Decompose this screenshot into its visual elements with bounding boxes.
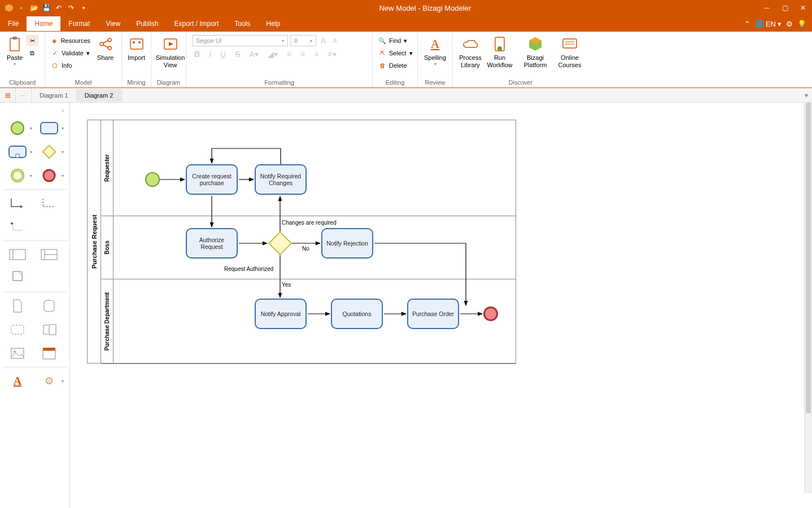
palette-milestone[interactable] [3, 268, 32, 288]
menu-view[interactable]: View [98, 16, 128, 31]
bold-button[interactable]: B [192, 50, 202, 59]
open-icon[interactable]: 📂 [29, 3, 38, 12]
palette-association[interactable] [3, 217, 32, 237]
vertical-scrollbar[interactable] [804, 103, 812, 493]
end-event[interactable] [483, 306, 498, 321]
align-vertical-button[interactable]: ≡▾ [325, 50, 338, 59]
settings-icon[interactable]: ⚙ [786, 20, 793, 28]
lane-purchase-dept[interactable]: Purchase Department Notify Approval Quot… [101, 279, 516, 364]
resources-button[interactable]: ◈Resources [49, 35, 93, 46]
find-button[interactable]: 🔍Find ▾ [376, 35, 415, 46]
close-button[interactable]: ✕ [794, 0, 812, 16]
delete-button[interactable]: 🗑Delete [376, 60, 415, 71]
grow-font-icon[interactable]: A [318, 36, 328, 45]
menu-export-import[interactable]: Export / Import [167, 16, 227, 31]
task-notify-approval[interactable]: Notify Approval [255, 299, 307, 329]
validate-button[interactable]: ✓Validate ▾ [49, 47, 93, 59]
menu-tools[interactable]: Tools [226, 16, 258, 31]
palette-intermediate-event[interactable]: ▾ [3, 165, 32, 186]
menu-help[interactable]: Help [258, 16, 288, 31]
spelling-button[interactable]: A Spelling ▾ [421, 34, 449, 69]
align-right-button[interactable]: ≡ [312, 50, 321, 59]
italic-button[interactable]: I [207, 50, 213, 59]
app-icon[interactable] [5, 3, 14, 12]
collapse-ribbon-icon[interactable]: ⌃ [744, 20, 750, 28]
task-purchase-order[interactable]: Purchase Order [407, 299, 459, 329]
palette-collapse-icon[interactable]: ‹ [2, 106, 67, 115]
process-library-button[interactable]: Process Library [456, 34, 484, 71]
menu-publish[interactable]: Publish [128, 16, 166, 31]
task-notify-changes[interactable]: Notify Required Changes [255, 164, 307, 195]
help-tip-icon[interactable]: 💡 [797, 20, 806, 28]
palette-task[interactable]: ▾ [35, 118, 63, 138]
lane-requester[interactable]: Requester Create request purchase Notify… [101, 120, 516, 216]
share-button[interactable]: Share [93, 34, 118, 64]
paste-button[interactable]: Paste ▾ [3, 34, 26, 69]
maximize-button[interactable]: ▢ [776, 0, 794, 16]
tab-options-icon[interactable]: ▾ [801, 91, 812, 99]
import-button[interactable]: Import [125, 34, 147, 64]
task-notify-rejection[interactable]: Notify Rejection [321, 228, 373, 259]
palette-sequence-flow[interactable] [3, 193, 32, 213]
cut-button[interactable]: ✂ [26, 35, 38, 46]
palette-text[interactable]: A [3, 371, 32, 391]
lane-label-requester[interactable]: Requester [101, 120, 113, 216]
element-view-icon[interactable]: ⊞ [0, 88, 16, 103]
underline-button[interactable]: U [218, 50, 228, 59]
font-color-button[interactable]: A▾ [247, 50, 260, 59]
strike-button[interactable]: S [233, 50, 242, 59]
tab-diagram-1[interactable]: Diagram 1 [32, 89, 77, 102]
palette-header[interactable] [35, 343, 63, 364]
palette-pool[interactable] [3, 244, 32, 265]
lane-label-boss[interactable]: Boss [101, 216, 113, 279]
palette-image[interactable] [3, 343, 32, 364]
pool-label[interactable]: Purchase Request [88, 120, 101, 363]
minimize-button[interactable]: ─ [758, 0, 776, 16]
save-icon[interactable]: 💾 [42, 3, 51, 12]
palette-data-object[interactable] [3, 296, 32, 316]
svg-point-10 [138, 41, 141, 43]
info-button[interactable]: ⬡Info [49, 60, 93, 71]
qat-dropdown-icon[interactable]: ▾ [79, 3, 88, 12]
palette-data-store[interactable] [35, 296, 63, 316]
palette-message-flow[interactable] [35, 193, 63, 213]
palette-start-event[interactable]: ▾ [3, 118, 32, 138]
shrink-font-icon[interactable]: A [330, 37, 339, 44]
task-authorize[interactable]: Authorize Request [186, 228, 238, 259]
start-event[interactable] [145, 172, 160, 187]
task-create-request[interactable]: Create request purchase [186, 164, 238, 195]
palette-annotation[interactable] [35, 319, 63, 340]
task-quotations[interactable]: Quotations [331, 299, 383, 329]
undo-icon[interactable]: ↶ [54, 3, 63, 12]
menu-file[interactable]: File [0, 16, 27, 31]
redo-icon[interactable]: ↷ [67, 3, 76, 12]
align-left-button[interactable]: ≡ [285, 50, 294, 59]
gateway-authorize[interactable] [268, 231, 292, 255]
scrollbar-thumb[interactable] [806, 103, 811, 413]
font-size-select[interactable]: 8▾ [290, 35, 316, 46]
align-center-button[interactable]: ≡ [298, 50, 307, 59]
palette-lane[interactable] [35, 244, 63, 265]
lane-label-purchase-dept[interactable]: Purchase Department [101, 279, 113, 364]
run-workflow-button[interactable]: Run Workflow [484, 34, 515, 71]
fill-color-button[interactable]: ◢▾ [265, 50, 280, 59]
select-button[interactable]: ⇱Select ▾ [376, 47, 415, 59]
simulation-view-button[interactable]: Simulation View [155, 34, 186, 71]
menu-home[interactable]: Home [27, 16, 60, 31]
palette-gateway[interactable]: ▾ [35, 142, 63, 162]
palette-group[interactable] [3, 319, 32, 340]
canvas[interactable]: Purchase Request Requester Create reques… [70, 103, 812, 508]
palette-end-event[interactable]: ▾ [35, 165, 63, 186]
palette-formatting[interactable]: ⚙▾ [35, 371, 63, 391]
back-icon[interactable]: ← [16, 88, 32, 103]
bpmn-pool[interactable]: Purchase Request Requester Create reques… [87, 120, 516, 364]
copy-button[interactable]: ⧉ [26, 47, 38, 59]
language-selector[interactable]: 🌐 EN ▾ [755, 20, 782, 28]
menu-format[interactable]: Format [60, 16, 98, 31]
tab-diagram-2[interactable]: Diagram 2 [77, 89, 122, 102]
bizagi-platform-button[interactable]: Bizagi Platform [515, 34, 556, 71]
new-icon[interactable]: ▫ [17, 3, 26, 12]
online-courses-button[interactable]: Online Courses [556, 34, 584, 71]
palette-subprocess[interactable]: ▾ [3, 142, 32, 162]
font-family-select[interactable]: Segoe UI▾ [192, 35, 288, 46]
